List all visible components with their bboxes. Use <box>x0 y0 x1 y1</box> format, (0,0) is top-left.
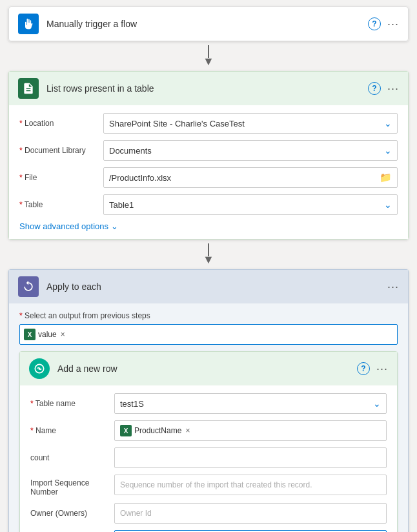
manual-trigger-more[interactable]: ··· <box>387 17 399 31</box>
name-excel-icon: X <box>120 425 132 436</box>
list-rows-body: Location SharePoint Site - Charlie's Cas… <box>8 105 409 240</box>
connector-arrow-1: ▼ <box>203 56 214 67</box>
manual-trigger-actions: ? ··· <box>368 17 399 31</box>
show-advanced-button[interactable]: Show advanced options ⌄ <box>19 221 118 231</box>
add-row-title: Add a new row <box>57 363 357 374</box>
select-output-label: Select an output from previous steps <box>19 311 398 320</box>
location-chevron: ⌄ <box>384 118 392 128</box>
apply-each-more[interactable]: ··· <box>387 280 399 294</box>
name-label: Name <box>30 426 114 435</box>
table-label: Table <box>19 200 103 209</box>
flow-canvas: Manually trigger a flow ? ··· ▼ List row… <box>6 6 411 532</box>
name-input[interactable]: X ProductName × <box>114 420 387 441</box>
doclib-value: Documents <box>109 146 379 156</box>
location-row: Location SharePoint Site - Charlie's Cas… <box>19 113 398 134</box>
apply-each-card: Apply to each ··· Select an output from … <box>8 269 409 532</box>
show-advanced-label: Show advanced options <box>19 221 108 231</box>
location-value: SharePoint Site - Charlie's CaseTest <box>109 119 379 128</box>
file-folder-icon: 📁 <box>380 172 392 183</box>
connector-1: ▼ <box>203 41 214 71</box>
count-input[interactable] <box>114 447 387 468</box>
owner-placeholder: Owner Id <box>120 509 381 518</box>
list-rows-actions: ? ··· <box>368 82 399 96</box>
add-row-body: Table name test1S ⌄ Name X ProductName × <box>19 385 398 532</box>
doclib-row: Document Library Documents ⌄ <box>19 140 398 161</box>
tablename-chevron: ⌄ <box>373 398 381 409</box>
apply-each-actions: ··· <box>387 280 399 294</box>
add-row-more[interactable]: ··· <box>376 362 388 376</box>
list-rows-header: List rows present in a table ? ··· <box>8 71 409 105</box>
list-rows-more[interactable]: ··· <box>387 82 399 96</box>
hand-icon <box>18 14 39 34</box>
manual-trigger-help[interactable]: ? <box>368 17 381 30</box>
connector-2: ▼ <box>203 240 214 269</box>
tablename-label: Table name <box>30 399 114 408</box>
table-chevron: ⌄ <box>384 200 392 210</box>
name-tag-label: ProductName <box>134 426 181 435</box>
svg-point-1 <box>38 367 40 369</box>
table-value: Table1 <box>109 200 379 210</box>
apply-each-header: Apply to each ··· <box>8 269 409 303</box>
owner-label: Owner (Owners) <box>30 509 114 518</box>
count-row: count <box>30 447 387 468</box>
connector-arrow-2: ▼ <box>203 254 214 265</box>
apply-each-body: Select an output from previous steps X v… <box>8 303 409 532</box>
tablename-value: test1S <box>120 399 368 409</box>
tablename-row: Table name test1S ⌄ <box>30 393 387 414</box>
cds-icon <box>29 358 50 379</box>
apply-each-title: Apply to each <box>46 281 387 292</box>
owner-row: Owner (Owners) Owner Id <box>30 503 387 524</box>
loop-icon <box>18 276 39 297</box>
table-dropdown[interactable]: Table1 ⌄ <box>103 194 398 215</box>
file-input[interactable]: /ProductInfo.xlsx 📁 <box>103 167 398 188</box>
doclib-dropdown[interactable]: Documents ⌄ <box>103 140 398 161</box>
file-label: File <box>19 173 103 182</box>
import-seq-placeholder: Sequence number of the import that creat… <box>120 480 381 489</box>
import-seq-input[interactable]: Sequence number of the import that creat… <box>114 475 387 495</box>
value-tag-close[interactable]: × <box>61 330 65 339</box>
value-tag-label: value <box>38 330 57 339</box>
add-row-help[interactable]: ? <box>357 362 370 375</box>
tablename-dropdown[interactable]: test1S ⌄ <box>114 393 387 414</box>
doclib-chevron: ⌄ <box>384 145 392 156</box>
count-label: count <box>30 453 114 462</box>
value-tag: X value × <box>24 329 65 340</box>
advanced-chevron-icon: ⌄ <box>111 221 118 231</box>
list-rows-title: List rows present in a table <box>46 83 368 94</box>
location-label: Location <box>19 119 103 128</box>
owner-input[interactable]: Owner Id <box>114 503 387 524</box>
list-rows-card: List rows present in a table ? ··· Locat… <box>8 71 409 240</box>
add-row-nested-card: Add a new row ? ··· Table name test1S ⌄ <box>19 351 398 532</box>
name-row: Name X ProductName × <box>30 420 387 441</box>
excel-icon-listrows <box>18 78 39 99</box>
add-row-actions: ? ··· <box>357 362 388 376</box>
doclib-label: Document Library <box>19 146 103 155</box>
import-seq-label: Import SequenceNumber <box>30 475 114 496</box>
table-row-field: Table Table1 ⌄ <box>19 194 398 215</box>
file-value: /ProductInfo.xlsx <box>109 173 374 183</box>
manual-trigger-header: Manually trigger a flow ? ··· <box>8 6 409 41</box>
value-tag-excel-icon: X <box>24 329 36 340</box>
output-tag-container[interactable]: X value × <box>19 324 398 345</box>
add-row-header: Add a new row ? ··· <box>19 351 398 385</box>
import-seq-row: Import SequenceNumber Sequence number of… <box>30 475 387 496</box>
list-rows-help[interactable]: ? <box>368 82 381 95</box>
location-dropdown[interactable]: SharePoint Site - Charlie's CaseTest ⌄ <box>103 113 398 134</box>
file-row: File /ProductInfo.xlsx 📁 <box>19 167 398 188</box>
name-tag-close[interactable]: × <box>185 426 190 435</box>
manual-trigger-card: Manually trigger a flow ? ··· <box>8 6 409 41</box>
manual-trigger-title: Manually trigger a flow <box>46 19 368 29</box>
